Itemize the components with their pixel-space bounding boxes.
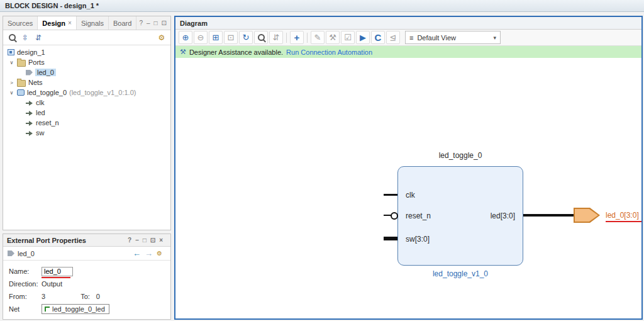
annotate-button[interactable]: ✎: [311, 31, 325, 44]
tree-item-label: reset_n: [36, 119, 59, 127]
direction-field-row: Direction: Output: [9, 278, 165, 290]
port-icon: [8, 251, 14, 256]
block-design-icon: [8, 49, 14, 55]
nav-forward-icon[interactable]: →: [145, 249, 153, 258]
from-value: 3: [42, 293, 45, 300]
tab-close-icon[interactable]: ×: [68, 20, 72, 26]
tree-item-clk[interactable]: clk: [3, 98, 170, 108]
properties-object-label: led_0: [18, 250, 35, 257]
expand-all-button[interactable]: ⇵: [33, 32, 44, 43]
search-icon: [258, 34, 265, 41]
tab-board-label: Board: [113, 20, 131, 27]
window-title: BLOCK DESIGN - design_1 *: [5, 2, 99, 9]
tree-toolbar: ⇳ ⇵ ⚙: [3, 30, 170, 45]
properties-settings-icon[interactable]: ⚙: [157, 250, 162, 257]
float-icon[interactable]: □: [154, 20, 158, 26]
tree-settings-button[interactable]: ⚙: [156, 32, 167, 43]
tree-item-design-1[interactable]: design_1: [3, 47, 170, 57]
float-icon[interactable]: □: [143, 237, 147, 244]
tree-item-nets[interactable]: > Nets: [3, 77, 170, 87]
net-chip[interactable]: led_toggle_0_led: [42, 304, 109, 314]
zoom-fit-button[interactable]: ⊞: [209, 31, 223, 44]
net-icon: [45, 307, 50, 312]
properties-object-row: led_0 ← → ⚙: [3, 247, 170, 261]
net-field-row: Net led_toggle_0_led: [9, 303, 165, 315]
expander-open-icon[interactable]: ∨: [9, 90, 14, 96]
expander-closed-icon[interactable]: >: [9, 80, 14, 86]
search-icon: [9, 34, 16, 41]
tab-signals-label: Signals: [81, 20, 104, 27]
port-label-clk[interactable]: clk: [406, 191, 415, 200]
folder-icon: [17, 60, 26, 67]
tree-item-led[interactable]: led: [3, 108, 170, 118]
tab-design-label: Design: [42, 20, 65, 27]
zoom-in-button[interactable]: ⊕: [179, 31, 192, 44]
port-label-sw[interactable]: sw[3:0]: [406, 235, 430, 244]
ip-block-icon: [17, 89, 25, 96]
designer-assistance-banner: ⚒ Designer Assistance available. Run Con…: [175, 46, 641, 58]
regenerate-layout-button[interactable]: C: [371, 31, 385, 44]
run-connection-automation-link[interactable]: Run Connection Automation: [286, 48, 372, 56]
refresh-button[interactable]: ↻: [239, 31, 253, 44]
expander-open-icon[interactable]: ∨: [9, 60, 14, 65]
add-ip-button[interactable]: +: [290, 31, 304, 44]
net-label: Net: [9, 305, 42, 313]
external-port-fill: [575, 209, 598, 222]
diagram-title: Diagram: [180, 20, 208, 27]
reset-n-active-low-bubble: [391, 212, 398, 220]
tab-signals[interactable]: Signals: [77, 16, 109, 30]
search-button[interactable]: [6, 32, 18, 43]
maximize-icon[interactable]: ⊡: [150, 237, 155, 244]
help-icon[interactable]: ?: [128, 237, 131, 244]
properties-title: External Port Properties: [7, 237, 86, 244]
chevron-down-icon: ▾: [493, 35, 496, 41]
port-label-led[interactable]: led[3:0]: [491, 211, 515, 220]
zoom-out-button[interactable]: ⊖: [194, 31, 208, 44]
zoom-to-selection-button[interactable]: ⊡: [224, 31, 238, 44]
help-icon[interactable]: ?: [139, 20, 143, 26]
design-tree: design_1 ∨ Ports led_0 > Nets ∨ led_togg…: [3, 45, 170, 230]
name-input[interactable]: [42, 267, 73, 276]
diagram-panel: Diagram ⊕ ⊖ ⊞ ⊡ ↻ ⇵ + ✎ ⚒ ☑ ▶ C ⊴ ≡ Defa…: [174, 16, 643, 320]
led-bus-wire[interactable]: [523, 214, 574, 217]
range-field-row: From: 3 To: 0: [9, 290, 165, 303]
run-automation-button[interactable]: ▶: [356, 31, 370, 44]
annotation-underline: [42, 277, 70, 278]
interface-view-button[interactable]: ⊴: [386, 31, 400, 44]
port-label-reset-n[interactable]: reset_n: [406, 211, 431, 220]
tree-item-label: led: [36, 109, 45, 116]
tree-item-sw[interactable]: sw: [3, 128, 170, 138]
design-hierarchy-panel: Sources Design × Signals Board ? – □ ⊡ ⇳…: [3, 16, 171, 230]
collapse-button[interactable]: ⇵: [269, 31, 283, 44]
nav-back-icon[interactable]: ←: [133, 249, 141, 258]
to-value: 0: [96, 293, 100, 300]
minimize-icon[interactable]: –: [147, 20, 150, 26]
annotation-underline-diagram: [606, 221, 641, 222]
external-port-label[interactable]: led_0[3:0]: [606, 211, 639, 220]
diagram-search-button[interactable]: [254, 31, 268, 44]
external-port-shape[interactable]: [574, 208, 600, 223]
diagram-canvas[interactable]: led_toggle_0 clk reset_n sw[3:0] led[3:0…: [175, 58, 641, 318]
direction-label: Direction:: [9, 280, 42, 288]
customize-block-button[interactable]: ⚒: [326, 31, 340, 44]
tree-item-led-toggle-0[interactable]: ∨ led_toggle_0 (led_toggle_v1_0:1.0): [3, 87, 170, 98]
collapse-all-button[interactable]: ⇳: [19, 32, 31, 43]
tree-item-ports[interactable]: ∨ Ports: [3, 57, 170, 67]
minimize-icon[interactable]: –: [135, 237, 139, 244]
sw-bus-stub[interactable]: [384, 237, 397, 240]
properties-nav-controls: ← → ⚙: [133, 249, 166, 258]
name-label: Name:: [9, 268, 42, 275]
port-icon: [26, 70, 33, 76]
tab-design[interactable]: Design ×: [38, 16, 77, 30]
toolbar-separator: [286, 33, 287, 43]
clk-pin-stub[interactable]: [384, 194, 397, 196]
block-led-toggle-0[interactable]: clk reset_n sw[3:0] led[3:0]: [397, 166, 523, 266]
tree-item-reset-n[interactable]: reset_n: [3, 118, 170, 128]
maximize-icon[interactable]: ⊡: [162, 20, 167, 26]
validate-design-button[interactable]: ☑: [341, 31, 355, 44]
tab-board[interactable]: Board: [109, 16, 136, 30]
view-selector-dropdown[interactable]: ≡ Default View ▾: [405, 31, 501, 44]
tree-item-led-0[interactable]: led_0: [3, 67, 170, 77]
close-icon[interactable]: ×: [159, 237, 163, 244]
tab-sources[interactable]: Sources: [3, 16, 38, 30]
